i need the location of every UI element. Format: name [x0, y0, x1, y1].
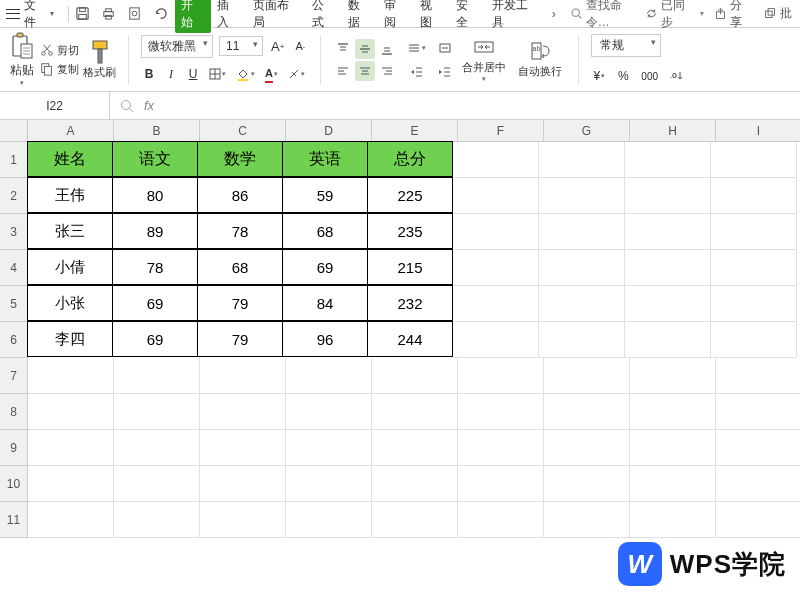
- cell[interactable]: [28, 394, 114, 430]
- cell[interactable]: [716, 430, 800, 466]
- cell[interactable]: [114, 502, 200, 538]
- currency-button[interactable]: ¥: [591, 67, 607, 85]
- cell[interactable]: [625, 178, 711, 214]
- column-header[interactable]: C: [200, 120, 286, 142]
- copy-button[interactable]: 复制: [40, 62, 79, 77]
- italic-button[interactable]: I: [163, 65, 179, 84]
- tab-review[interactable]: 审阅: [378, 0, 414, 35]
- cell[interactable]: 59: [282, 177, 368, 213]
- cell[interactable]: 小倩: [27, 249, 113, 285]
- cell[interactable]: [286, 430, 372, 466]
- row-header[interactable]: 11: [0, 502, 28, 538]
- cell[interactable]: [453, 142, 539, 178]
- cell[interactable]: [372, 502, 458, 538]
- font-size-select[interactable]: 11: [219, 36, 263, 56]
- border-button[interactable]: [207, 66, 228, 82]
- row-header[interactable]: 2: [0, 178, 28, 214]
- cell[interactable]: [28, 502, 114, 538]
- cell[interactable]: [625, 142, 711, 178]
- cell[interactable]: [458, 430, 544, 466]
- column-header[interactable]: I: [716, 120, 800, 142]
- cell[interactable]: 96: [282, 321, 368, 357]
- cell[interactable]: [28, 358, 114, 394]
- bold-button[interactable]: B: [141, 65, 157, 83]
- command-search[interactable]: 查找命令…: [570, 0, 646, 31]
- row-header[interactable]: 3: [0, 214, 28, 250]
- increase-indent-icon[interactable]: [436, 63, 454, 81]
- align-middle-icon[interactable]: [355, 39, 375, 59]
- tab-insert[interactable]: 插入: [211, 0, 247, 35]
- cell[interactable]: [286, 466, 372, 502]
- cell[interactable]: 78: [112, 249, 198, 285]
- name-box[interactable]: I22: [0, 92, 110, 119]
- cell[interactable]: [286, 358, 372, 394]
- decrease-font-icon[interactable]: A-: [292, 38, 308, 54]
- cell[interactable]: [372, 358, 458, 394]
- tab-developer[interactable]: 开发工具: [486, 0, 546, 35]
- decrease-indent-icon[interactable]: [405, 63, 428, 81]
- cell[interactable]: 84: [282, 285, 368, 321]
- file-menu[interactable]: 文件 ▾: [4, 0, 62, 31]
- format-painter-button[interactable]: 格式刷: [83, 39, 116, 80]
- comma-button[interactable]: 000: [639, 69, 660, 84]
- cell[interactable]: [716, 502, 800, 538]
- cell[interactable]: [372, 466, 458, 502]
- cell[interactable]: 244: [367, 321, 453, 357]
- wrap-text-button[interactable]: ab 自动换行: [514, 38, 566, 81]
- cell[interactable]: [539, 286, 625, 322]
- cell[interactable]: [711, 322, 797, 358]
- cell[interactable]: [625, 250, 711, 286]
- cell[interactable]: [630, 394, 716, 430]
- cell[interactable]: [372, 394, 458, 430]
- cell[interactable]: [539, 322, 625, 358]
- font-color-button[interactable]: A: [263, 64, 280, 85]
- cell[interactable]: 英语: [282, 141, 368, 177]
- cell[interactable]: [630, 466, 716, 502]
- share-button[interactable]: 分享: [714, 0, 754, 31]
- cell[interactable]: 68: [197, 249, 283, 285]
- cell[interactable]: [200, 502, 286, 538]
- cell[interactable]: [544, 466, 630, 502]
- cell[interactable]: 总分: [367, 141, 453, 177]
- tab-home[interactable]: 开始: [175, 0, 211, 33]
- cell[interactable]: [114, 430, 200, 466]
- tab-formulas[interactable]: 公式: [306, 0, 342, 35]
- column-header[interactable]: A: [28, 120, 114, 142]
- font-name-select[interactable]: 微软雅黑: [141, 35, 213, 58]
- print-preview-icon[interactable]: [127, 6, 143, 22]
- paste-button[interactable]: 粘贴▾: [8, 30, 36, 89]
- cell[interactable]: [114, 358, 200, 394]
- cell[interactable]: 69: [282, 249, 368, 285]
- cell[interactable]: [458, 394, 544, 430]
- cell[interactable]: 69: [112, 321, 198, 357]
- cell[interactable]: 235: [367, 213, 453, 249]
- cell[interactable]: 80: [112, 177, 198, 213]
- cell[interactable]: [114, 394, 200, 430]
- cell[interactable]: [453, 250, 539, 286]
- row-header[interactable]: 1: [0, 142, 28, 178]
- cell[interactable]: 86: [197, 177, 283, 213]
- underline-button[interactable]: U: [185, 65, 201, 83]
- row-header[interactable]: 8: [0, 394, 28, 430]
- column-header[interactable]: H: [630, 120, 716, 142]
- cell[interactable]: 68: [282, 213, 368, 249]
- column-header[interactable]: B: [114, 120, 200, 142]
- row-header[interactable]: 9: [0, 430, 28, 466]
- fx-icon[interactable]: fx: [144, 98, 154, 113]
- cell[interactable]: [286, 394, 372, 430]
- cell[interactable]: [539, 250, 625, 286]
- cell[interactable]: [711, 250, 797, 286]
- cell[interactable]: 89: [112, 213, 198, 249]
- cell[interactable]: [625, 214, 711, 250]
- percent-button[interactable]: %: [615, 67, 631, 85]
- orientation-button[interactable]: [405, 39, 428, 57]
- cell[interactable]: [453, 178, 539, 214]
- cell[interactable]: 79: [197, 285, 283, 321]
- cell[interactable]: [28, 430, 114, 466]
- align-center-icon[interactable]: [355, 61, 375, 81]
- cell[interactable]: 69: [112, 285, 198, 321]
- tab-view[interactable]: 视图: [414, 0, 450, 35]
- cell[interactable]: 79: [197, 321, 283, 357]
- tabs-more-icon[interactable]: ›: [546, 7, 562, 21]
- cell[interactable]: [625, 286, 711, 322]
